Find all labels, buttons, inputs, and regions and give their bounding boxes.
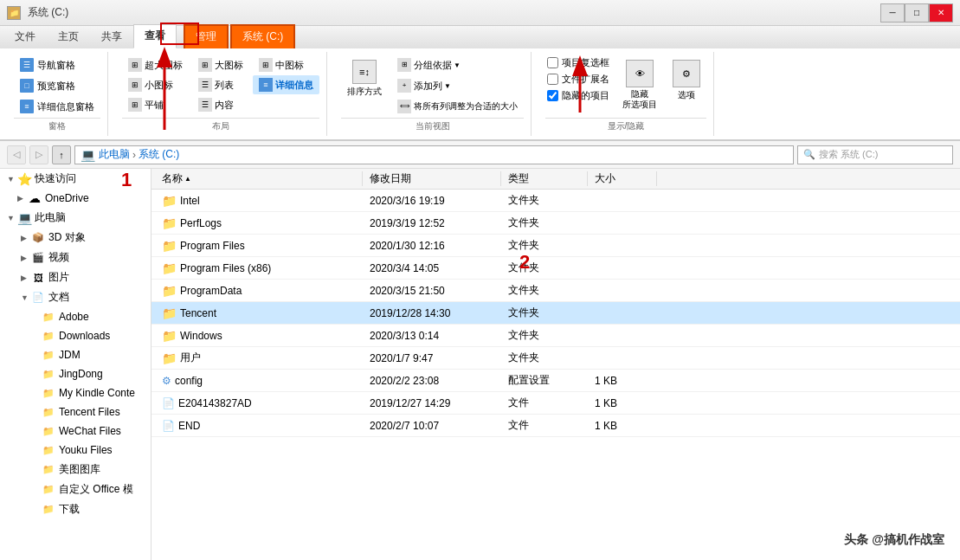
extra-large-icon-btn[interactable]: ⊞ 超大图标 — [122, 55, 189, 74]
large-icon-btn[interactable]: ⊞ 大图标 — [192, 55, 249, 74]
preview-pane-icon: □ — [20, 79, 34, 93]
title-bar: 📁 系统 (C:) ─ □ ✕ — [0, 0, 960, 26]
hide-button[interactable]: 👁 隐藏 所选项目 — [616, 55, 663, 116]
maximize-button[interactable]: □ — [905, 3, 929, 23]
hidden-items-input[interactable] — [547, 90, 558, 101]
sidebar-item-onedrive[interactable]: ▶ ☁ OneDrive — [0, 189, 151, 208]
address-bar[interactable]: 💻 此电脑 › 系统 (C:) — [74, 145, 794, 164]
pictures-icon: 🖼 — [31, 271, 45, 285]
sidebar-item-tencent-files[interactable]: ▶ 📁 Tencent Files — [0, 402, 151, 422]
sidebar-item-downloads[interactable]: ▶ 📁 Downloads — [0, 326, 151, 345]
list-btn[interactable]: ☰ 列表 — [192, 75, 249, 94]
file-type-cell: 文件夹 — [501, 193, 588, 208]
folder-icon-2: 📁 — [162, 239, 177, 253]
tab-share[interactable]: 共享 — [90, 25, 133, 48]
col-header-name[interactable]: 名称 ▲ — [155, 171, 363, 186]
add-column-icon: + — [397, 79, 411, 93]
table-row[interactable]: 📁 Program Files 2020/1/30 12:16 文件夹 — [151, 235, 960, 257]
col-header-size[interactable]: 大小 — [588, 171, 657, 186]
tab-home[interactable]: 主页 — [47, 25, 90, 48]
group-by-icon: ⊞ — [397, 58, 411, 72]
sidebar-label-wechat: WeChat Files — [59, 425, 121, 437]
downloads2-icon: 📁 — [42, 503, 55, 517]
group-by-button[interactable]: ⊞ 分组依据 ▼ — [391, 55, 467, 74]
table-row[interactable]: ⚙ config 2020/2/2 23:08 配置设置 1 KB — [151, 370, 960, 392]
address-this-pc[interactable]: 此电脑 — [99, 147, 130, 162]
sidebar-item-videos[interactable]: ▶ 🎬 视频 — [0, 248, 151, 267]
table-row[interactable]: 📁 Tencent 2019/12/28 14:30 文件夹 — [151, 302, 960, 325]
file-ext-input[interactable] — [547, 74, 558, 85]
table-row[interactable]: 📁 ProgramData 2020/3/15 21:50 文件夹 — [151, 280, 960, 302]
folder-icon-1: 📁 — [162, 216, 177, 230]
search-box[interactable]: 🔍 搜索 系统 (C:) — [797, 145, 953, 164]
table-row[interactable]: 📁 PerfLogs 2019/3/19 12:52 文件夹 — [151, 212, 960, 235]
table-row[interactable]: 📁 Intel 2020/3/16 19:19 文件夹 — [151, 190, 960, 212]
tab-manage[interactable]: 管理 — [184, 24, 229, 48]
close-button[interactable]: ✕ — [929, 3, 953, 23]
small-icon-btn[interactable]: ⊞ 小图标 — [122, 75, 189, 94]
sidebar-item-this-pc[interactable]: ▼ 💻 此电脑 — [0, 208, 151, 228]
details-btn[interactable]: ≡ 详细信息 — [253, 75, 319, 94]
col-header-type[interactable]: 类型 — [501, 171, 588, 186]
sidebar-item-meitu[interactable]: ▶ 📁 美图图库 — [0, 460, 151, 480]
sort-by-button[interactable]: ≡↕ 排序方式 — [341, 55, 388, 102]
table-row[interactable]: 📁 Program Files (x86) 2020/3/4 14:05 文件夹 — [151, 257, 960, 280]
file-ext-row[interactable]: 文件扩展名 — [545, 72, 611, 87]
file-name-cell: 📁 Program Files — [155, 239, 363, 253]
table-row[interactable]: 📄 END 2020/2/7 10:07 文件 1 KB — [151, 415, 960, 437]
layout-group-content: ⊞ 超大图标 ⊞ 小图标 ⊞ 平铺 ⊞ 大图标 — [122, 55, 319, 116]
content-btn[interactable]: ☰ 内容 — [192, 95, 249, 114]
sidebar-item-pictures[interactable]: ▶ 🖼 图片 — [0, 267, 151, 287]
tab-system-c[interactable]: 系统 (C:) — [230, 24, 295, 48]
add-column-button[interactable]: + 添加列 ▼ — [391, 76, 457, 95]
sidebar-item-jingdong[interactable]: ▶ 📁 JingDong — [0, 364, 151, 383]
sidebar-item-3d[interactable]: ▶ 📦 3D 对象 — [0, 228, 151, 248]
sidebar-item-kindle[interactable]: ▶ 📁 My Kindle Conte — [0, 383, 151, 402]
back-button[interactable]: ◁ — [7, 145, 26, 164]
hidden-items-row[interactable]: 隐藏的项目 — [545, 88, 611, 103]
item-checkbox-input[interactable] — [547, 57, 558, 68]
custom-office-icon: 📁 — [42, 483, 55, 497]
table-row[interactable]: 📄 E204143827AD 2019/12/27 14:29 文件 1 KB — [151, 392, 960, 415]
file-type-cell: 文件夹 — [501, 261, 588, 275]
sidebar-item-custom-office[interactable]: ▶ 📁 自定义 Office 模 — [0, 480, 151, 499]
medium-icon-btn[interactable]: ⊞ 中图标 — [253, 55, 319, 74]
sidebar-item-youku[interactable]: ▶ 📁 Youku Files — [0, 441, 151, 460]
watermark: 头条 @搞机作战室 — [837, 529, 951, 551]
tab-view[interactable]: 查看 — [133, 24, 177, 48]
item-checkbox-row[interactable]: 项目复选框 — [545, 55, 611, 70]
nav-pane-button[interactable]: ☰ 导航窗格 — [14, 55, 81, 74]
panes-group-label: 窗格 — [14, 118, 100, 132]
options-button[interactable]: ⚙ 选项 — [667, 55, 706, 116]
ribbon-group-layout: ⊞ 超大图标 ⊞ 小图标 ⊞ 平铺 ⊞ 大图标 — [115, 52, 327, 136]
layout-left: ⊞ 超大图标 ⊞ 小图标 ⊞ 平铺 — [122, 55, 189, 114]
file-type-cell: 文件夹 — [501, 351, 588, 365]
sidebar-label-this-pc: 此电脑 — [35, 210, 66, 225]
videos-icon: 🎬 — [31, 251, 45, 265]
fit-columns-button[interactable]: ⟺ 将所有列调整为合适的大小 — [391, 97, 524, 116]
sidebar-item-documents[interactable]: ▼ 📄 文档 — [0, 287, 151, 307]
up-button[interactable]: ↑ — [52, 145, 71, 164]
sidebar-item-wechat[interactable]: ▶ 📁 WeChat Files — [0, 422, 151, 441]
sidebar-item-downloads2[interactable]: ▶ 📁 下载 — [0, 499, 151, 519]
minimize-button[interactable]: ─ — [880, 3, 905, 23]
tab-file[interactable]: 文件 — [3, 25, 47, 48]
tiles-btn[interactable]: ⊞ 平铺 — [122, 95, 189, 114]
file-date-cell: 2019/12/28 14:30 — [363, 307, 501, 319]
address-system-c[interactable]: 系统 (C:) — [139, 147, 179, 162]
forward-button[interactable]: ▷ — [29, 145, 48, 164]
layout-mid: ⊞ 中图标 ≡ 详细信息 — [253, 55, 319, 94]
file-type-cell: 文件 — [501, 396, 588, 410]
layout-right: ⊞ 大图标 ☰ 列表 ☰ 内容 — [192, 55, 249, 114]
sidebar-item-quick-access[interactable]: ▼ ⭐ 快速访问 — [0, 169, 151, 189]
preview-pane-button[interactable]: □ 预览窗格 — [14, 76, 81, 95]
title-text: 系统 (C:) — [28, 5, 68, 20]
file-name-cell: 📁 用户 — [155, 351, 363, 365]
sidebar-item-jdm[interactable]: ▶ 📁 JDM — [0, 345, 151, 364]
col-header-date[interactable]: 修改日期 — [363, 171, 501, 186]
table-row[interactable]: 📁 用户 2020/1/7 9:47 文件夹 — [151, 347, 960, 370]
file-date-cell: 2020/1/7 9:47 — [363, 352, 501, 364]
sidebar-item-adobe[interactable]: ▶ 📁 Adobe — [0, 307, 151, 326]
table-row[interactable]: 📁 Windows 2020/3/13 0:14 文件夹 — [151, 325, 960, 347]
details-pane-button[interactable]: ≡ 详细信息窗格 — [14, 97, 100, 116]
